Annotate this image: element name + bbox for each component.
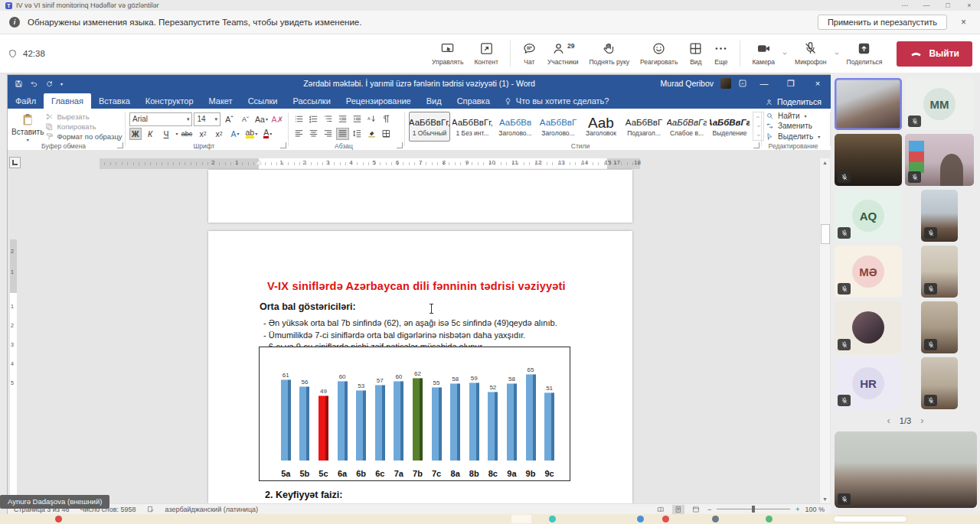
toolbar-share-screen-button[interactable]: Поделиться (841, 41, 888, 66)
taskbar-app-icon[interactable] (55, 516, 62, 522)
paste-button[interactable]: Вставить ▾ (11, 112, 44, 141)
subscript-button[interactable]: x2 (196, 128, 211, 140)
tab-справка[interactable]: Справка (449, 93, 498, 109)
toolbar-people-button[interactable]: 29Участники (542, 41, 584, 66)
chevron-down-icon[interactable] (781, 50, 789, 57)
bar-chart[interactable]: 615649605357606255585952586551 5a5b5c6a6… (259, 347, 570, 481)
word-minimize-button[interactable]: — (754, 79, 774, 88)
taskbar-app-icon[interactable] (549, 516, 556, 522)
scrollbar-thumb[interactable] (821, 224, 830, 244)
shading-button[interactable] (365, 128, 378, 140)
sort-button[interactable]: А (365, 113, 378, 125)
account-avatar[interactable] (720, 78, 731, 89)
tell-me-box[interactable]: Что вы хотите сделать? (504, 96, 609, 109)
tab-ссылки[interactable]: Ссылки (240, 93, 286, 109)
apply-restart-button[interactable]: Применить и перезапустить (818, 15, 947, 30)
grow-font-button[interactable]: Аˆ (222, 113, 237, 125)
taskbar-app-icon[interactable] (712, 516, 719, 522)
bullets-button[interactable] (292, 113, 305, 125)
shrink-font-button[interactable]: Аˇ (238, 113, 253, 125)
leave-button[interactable]: Выйти (897, 41, 972, 67)
font-name-select[interactable]: Arial▾ (129, 112, 192, 126)
account-name[interactable]: Murad Qeribov (661, 79, 714, 88)
taskbar[interactable] (0, 514, 980, 524)
taskbar-app-icon[interactable] (662, 516, 669, 522)
taskbar-search[interactable] (833, 516, 907, 522)
tab-макет[interactable]: Макет (201, 93, 240, 109)
ribbon-display-options-icon[interactable] (738, 79, 747, 88)
print-layout-icon[interactable] (672, 505, 684, 514)
taskbar-item[interactable] (511, 515, 531, 523)
cut-button[interactable]: Вырезать (45, 112, 122, 121)
tab-конструктор[interactable]: Конструктор (138, 93, 201, 109)
toolbar-camera-button[interactable]: Камера (746, 41, 780, 66)
toolbar-ellipsis-button[interactable]: Еще (708, 41, 733, 66)
redo-icon[interactable] (45, 80, 54, 88)
participant-avatar-tile[interactable] (835, 301, 902, 353)
tab-рассылки[interactable]: Рассылки (285, 93, 338, 109)
style-заголовок[interactable]: AabЗаголовок (580, 112, 622, 142)
strikethrough-button[interactable]: abc (180, 128, 194, 140)
align-left-button[interactable] (292, 128, 305, 140)
style-подзагол-[interactable]: АаБбВвГПодзагол... (623, 112, 665, 142)
page-3[interactable]: V-IX siniflərdə Azərbaycan dili fənninin… (208, 231, 632, 503)
zoom-slider[interactable] (717, 509, 790, 509)
show-marks-button[interactable] (380, 113, 393, 125)
participant-video[interactable] (835, 78, 902, 130)
zoom-in-button[interactable]: + (795, 506, 799, 513)
featured-participant-video[interactable] (835, 431, 977, 508)
font-dialog-launcher[interactable] (280, 142, 286, 148)
toolbar-control-monitor-button[interactable]: Управлять (426, 41, 469, 66)
page-next-icon[interactable]: › (920, 415, 923, 426)
taskbar-app-icon[interactable] (766, 516, 773, 522)
word-close-button[interactable]: × (808, 79, 828, 88)
change-case-button[interactable]: Аа▾ (254, 113, 269, 125)
clipboard-dialog-launcher[interactable] (117, 142, 123, 148)
language-indicator[interactable]: азербайджанский (латиница) (165, 506, 259, 513)
decrease-indent-button[interactable] (336, 113, 349, 125)
borders-button[interactable] (380, 128, 393, 140)
share-button[interactable]: Поделиться (765, 97, 822, 106)
replace-button[interactable]: Заменить (766, 122, 820, 130)
toolbar-content-share-button[interactable]: Контент (469, 41, 504, 66)
participant-video[interactable] (835, 134, 902, 186)
copy-button[interactable]: Копировать (45, 122, 122, 131)
window-minimize-button[interactable]: — (916, 0, 937, 11)
font-size-select[interactable]: 14▾ (194, 112, 220, 126)
font-color-button[interactable]: А▾ (260, 128, 275, 140)
toolbar-grid-button[interactable]: Вид (683, 41, 708, 66)
select-button[interactable]: Выделить▾ (766, 132, 820, 141)
tab-рецензирование[interactable]: Рецензирование (338, 93, 419, 109)
align-center-button[interactable] (307, 128, 320, 140)
increase-indent-button[interactable] (351, 113, 364, 125)
multilevel-list-button[interactable] (322, 113, 335, 125)
italic-button[interactable]: К (143, 128, 158, 140)
tab-файл[interactable]: Файл (8, 93, 44, 109)
toolbar-mic-off-button[interactable]: Микрофон (789, 41, 831, 66)
taskbar-app-icon[interactable] (637, 516, 644, 522)
tab-selector[interactable] (9, 157, 21, 168)
word-restore-button[interactable]: ❐ (781, 79, 801, 89)
scroll-down-icon[interactable]: ▼ (820, 496, 830, 502)
indent-marker[interactable] (256, 160, 262, 164)
numbering-button[interactable] (307, 113, 320, 125)
spellcheck-icon[interactable] (147, 506, 155, 513)
bold-button[interactable]: Ж (129, 128, 142, 140)
read-mode-icon[interactable] (655, 505, 667, 514)
align-right-button[interactable] (322, 128, 335, 140)
notification-close-icon[interactable]: × (961, 17, 966, 28)
participant-avatar-tile[interactable]: AQ (835, 190, 902, 242)
vertical-scrollbar[interactable]: ▲ ▼ (819, 158, 830, 503)
style-заголово-[interactable]: АаБбВвЗаголово... (495, 112, 536, 142)
style-заголово-[interactable]: АаБбВвГЗаголово... (537, 112, 579, 142)
tab-главная[interactable]: Главная (44, 93, 91, 109)
chevron-down-icon[interactable] (833, 50, 841, 57)
participant-avatar-tile[interactable]: MƏ (835, 246, 902, 298)
justify-button[interactable] (336, 128, 349, 140)
toolbar-chat-button[interactable]: Чат (517, 41, 542, 66)
participant-video[interactable] (921, 301, 958, 353)
style-1-обычный[interactable]: АаБбВвГг,1 Обычный (409, 112, 450, 142)
qat-customize-icon[interactable]: ▾ (60, 81, 63, 86)
toolbar-smiley-button[interactable]: Реагировать (635, 41, 683, 66)
style-1-без-инт-[interactable]: АаБбВвГг,1 Без инт... (452, 112, 493, 142)
